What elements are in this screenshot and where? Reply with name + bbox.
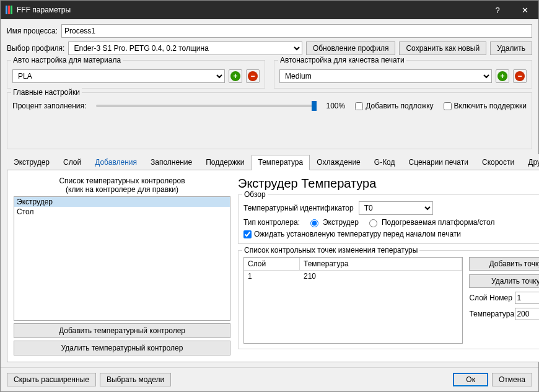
- infill-value: 100%: [326, 102, 346, 110]
- add-raft-label: Добавить подложку: [366, 102, 433, 110]
- tab-temperature[interactable]: Температура: [252, 155, 310, 170]
- enable-supports-checkbox[interactable]: Включить поддержки: [444, 102, 527, 110]
- infill-slider[interactable]: [96, 105, 316, 107]
- window-title: FFF параметры: [17, 6, 71, 14]
- tab-layer[interactable]: Слой: [56, 155, 88, 170]
- list-item[interactable]: Стол: [14, 207, 230, 217]
- temperature-input[interactable]: [515, 308, 539, 320]
- titlebar: FFF параметры ? ✕: [1, 1, 538, 19]
- overview-fieldset: Обзор Температурный идентификатор T0 Тип…: [238, 194, 539, 244]
- auto-material-group: Авто настройка для материала PLA + −: [7, 60, 265, 89]
- tab-gcode[interactable]: G-Код: [367, 155, 402, 170]
- tab-supports[interactable]: Поддержки: [199, 155, 251, 170]
- dialog-footer: Скрыть расширенные Выбрать модели Ок Отм…: [1, 367, 538, 391]
- tab-speeds[interactable]: Скорости: [475, 155, 521, 170]
- temp-controllers-pane: Список температурных контролеров (клик н…: [14, 176, 230, 355]
- material-select[interactable]: PLA: [12, 69, 225, 83]
- tab-scripts[interactable]: Сценарии печати: [402, 155, 475, 170]
- auto-material-title: Авто настройка для материала: [11, 56, 123, 64]
- delete-profile-button[interactable]: Удалить: [490, 41, 532, 55]
- controllers-caption-1: Список температурных контролеров: [14, 176, 230, 185]
- quality-remove-button[interactable]: −: [513, 69, 527, 83]
- quality-add-button[interactable]: +: [496, 69, 509, 83]
- tab-content-temperature: Список температурных контролеров (клик н…: [7, 170, 539, 362]
- cancel-button[interactable]: Отмена: [492, 373, 532, 386]
- temp-id-select[interactable]: T0: [359, 201, 433, 215]
- infill-label: Процент заполнения:: [12, 102, 86, 110]
- temp-detail-pane: Экструдер Температура Обзор Температурны…: [238, 176, 539, 355]
- add-controller-button[interactable]: Добавить температурный контролер: [14, 323, 230, 338]
- window-close-button[interactable]: ✕: [511, 1, 538, 19]
- col-temp-header: Температура: [300, 258, 462, 270]
- temp-id-label: Температурный идентификатор: [243, 204, 354, 212]
- ok-button[interactable]: Ок: [453, 373, 488, 386]
- minus-icon: −: [248, 71, 258, 81]
- main-settings-group: Главные настройки Процент заполнения: 10…: [7, 92, 532, 149]
- setpoints-title: Список контрольных точек изменения тепер…: [242, 246, 419, 255]
- help-button[interactable]: ?: [484, 1, 511, 19]
- setpoints-fieldset: Список контрольных точек изменения тепер…: [238, 250, 539, 349]
- delete-controller-button[interactable]: Удалить температурный контролер: [14, 341, 230, 355]
- add-raft-checkbox[interactable]: Добавить подложку: [355, 102, 433, 110]
- table-row[interactable]: 1 210: [244, 271, 462, 282]
- tab-other[interactable]: Другое: [521, 155, 539, 170]
- app-logo-icon: [6, 6, 13, 14]
- tab-cooling[interactable]: Охлаждение: [310, 155, 367, 170]
- temp-heading: Экструдер Температура: [238, 176, 539, 191]
- process-name-input[interactable]: [61, 24, 532, 38]
- plus-icon: +: [230, 71, 240, 81]
- plus-icon: +: [497, 71, 507, 81]
- material-add-button[interactable]: +: [229, 69, 242, 83]
- tab-additions[interactable]: Добавления: [88, 155, 144, 170]
- add-setpoint-button[interactable]: Добавить точку: [469, 257, 539, 271]
- profile-select[interactable]: Ender-3 S1 Pro. PETG 0.4, 0.2 толщина: [68, 41, 302, 55]
- profile-select-label: Выбор профиля:: [7, 44, 64, 53]
- enable-supports-label: Включить поддержки: [454, 102, 527, 110]
- tab-infill[interactable]: Заполнение: [144, 155, 199, 170]
- minus-icon: −: [515, 71, 525, 81]
- list-item[interactable]: Экструдер: [14, 197, 230, 207]
- overview-title: Обзор: [242, 190, 268, 199]
- layer-number-input[interactable]: [515, 292, 539, 304]
- window: FFF параметры ? ✕ Имя процесса: Выбор пр…: [0, 0, 539, 392]
- tab-extruder[interactable]: Экструдер: [7, 155, 56, 170]
- controller-type-label: Тип контролера:: [243, 218, 300, 227]
- auto-quality-group: Автонастройка для качества печати Medium…: [274, 60, 532, 89]
- auto-quality-title: Автонастройка для качества печати: [278, 56, 406, 64]
- save-as-new-button[interactable]: Сохранить как новый: [399, 41, 486, 55]
- controller-type-extruder-radio[interactable]: Экструдер: [307, 217, 359, 227]
- delete-setpoint-button[interactable]: Удалить точку: [469, 274, 539, 288]
- tabstrip: Экструдер Слой Добавления Заполнение Под…: [7, 154, 539, 170]
- controllers-caption-2: (клик на контролере для правки): [14, 185, 230, 194]
- wait-temp-checkbox[interactable]: Ожидать установленую температуру перед н…: [243, 230, 539, 238]
- select-models-button[interactable]: Выбрать модели: [100, 373, 171, 386]
- material-remove-button[interactable]: −: [246, 69, 260, 83]
- controller-type-bed-radio[interactable]: Подогреваемая платформа/стол: [366, 217, 494, 227]
- main-settings-title: Главные настройки: [11, 88, 82, 97]
- quality-select[interactable]: Medium: [279, 69, 492, 83]
- slider-thumb-icon: [312, 101, 317, 111]
- temperature-label: Температура: [469, 310, 512, 318]
- process-name-label: Имя процесса:: [7, 27, 58, 35]
- hide-advanced-button[interactable]: Скрыть расширенные: [7, 373, 96, 386]
- col-layer-header: Слой: [244, 258, 300, 270]
- dialog-body: Имя процесса: Выбор профиля: Ender-3 S1 …: [1, 19, 538, 367]
- update-profile-button[interactable]: Обновление профиля: [306, 41, 396, 55]
- controllers-listbox[interactable]: Экструдер Стол: [14, 196, 230, 321]
- setpoints-table[interactable]: Слой Температура 1 210: [243, 257, 463, 344]
- layer-number-label: Слой Номер: [469, 294, 512, 302]
